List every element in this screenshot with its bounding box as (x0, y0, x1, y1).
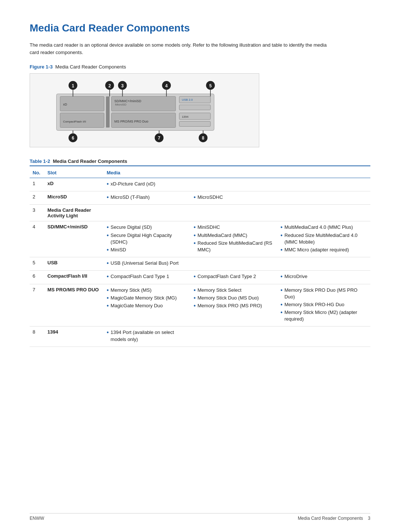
table-row: 4SD/MMC+/miniSD•Secure Digital (SD)•Secu… (30, 221, 370, 257)
header-media: Media (104, 168, 370, 178)
cell-media: •USB (Universal Serial Bus) Port (104, 257, 370, 271)
components-table: No. Slot Media 1xD•xD-Picture Card (xD)2… (30, 168, 370, 347)
svg-text:xD: xD (63, 103, 67, 106)
svg-text:5: 5 (209, 83, 212, 88)
list-item-text: Secure Digital (SD) (111, 224, 152, 231)
bullet-icon: • (107, 287, 109, 293)
table-row: 2MicroSD•MicroSD (T-Flash)•MicroSDHC (30, 191, 370, 205)
svg-text:8: 8 (202, 135, 204, 141)
bullet-icon: • (107, 295, 109, 301)
bullet-icon: • (194, 274, 196, 280)
media-col: •xD-Picture Card (xD) (107, 181, 194, 188)
footer-right: Media Card Reader Components 3 (298, 516, 370, 521)
cell-media: •xD-Picture Card (xD) (104, 178, 370, 191)
bullet-icon: • (280, 310, 283, 315)
media-col (194, 181, 281, 188)
list-item: •Reduced Size MultiMediaCard 4.0 (MMC Mo… (280, 232, 364, 245)
list-item: •Memory Stick Micro (M2) (adapter requir… (280, 309, 364, 322)
bullet-icon: • (280, 247, 283, 253)
list-item-text: CompactFlash Card Type 1 (111, 273, 169, 280)
list-item-text: Memory Stick (MS) (111, 287, 152, 294)
list-item: •Memory Stick PRO Duo (MS PRO Duo) (280, 287, 364, 300)
media-col: •1394 Port (available on select models o… (107, 329, 194, 344)
list-item: •1394 Port (available on select models o… (107, 329, 190, 342)
list-item: •MagicGate Memory Duo (107, 302, 190, 309)
svg-text:USB 2.0: USB 2.0 (182, 98, 193, 101)
bullet-icon: • (194, 232, 196, 238)
bullet-icon: • (107, 181, 109, 187)
list-item: •Memory Stick PRO (MS PRO) (194, 302, 277, 309)
cell-media: •CompactFlash Card Type 1•CompactFlash C… (104, 271, 370, 284)
svg-text:1394: 1394 (182, 115, 189, 118)
list-item-text: MMC Micro (adapter required) (284, 247, 349, 253)
media-col (194, 260, 281, 268)
list-item-text: CompactFlash Card Type 2 (197, 273, 256, 280)
media-col: •CompactFlash Card Type 2 (194, 273, 281, 281)
list-item: •Secure Digital (SD) (107, 224, 190, 231)
list-item-text: Memory Stick PRO (MS PRO) (197, 302, 262, 309)
bullet-icon: • (280, 232, 283, 238)
table-row: 5USB•USB (Universal Serial Bus) Port (30, 257, 370, 271)
svg-text:3: 3 (121, 83, 124, 88)
list-item: •MiniSD (107, 247, 190, 253)
header-no: No. (30, 168, 44, 178)
media-col: •MiniSDHC•MultiMediaCard (MMC)•Reduced S… (194, 224, 281, 254)
table-caption: Table 1-2 Media Card Reader Components (30, 158, 370, 166)
table-label: Table 1-2 (30, 158, 50, 164)
list-item: •Memory Stick Duo (MS Duo) (194, 295, 277, 301)
diagram-svg: xD CompactFlash I/II SD/MMC+/miniSD MS P… (30, 74, 259, 147)
list-item: •MicroSD (T-Flash) (107, 194, 190, 201)
footer-left: ENWW (30, 516, 44, 521)
media-col: •Secure Digital (SD)•Secure Digital High… (107, 224, 194, 254)
media-col: •MicroSDHC (194, 194, 281, 202)
list-item-text: MicroSD (T-Flash) (111, 194, 150, 201)
media-col: •USB (Universal Serial Bus) Port (107, 260, 194, 268)
list-item-text: MagicGate Memory Stick (MG) (111, 295, 177, 301)
table-caption-text: Media Card Reader Components (53, 158, 127, 164)
list-item-text: MicroDrive (284, 273, 307, 280)
media-col (280, 329, 367, 344)
list-item: •Memory Stick (MS) (107, 287, 190, 294)
figure-label: Figure 1-3 (30, 64, 53, 70)
list-item-text: MagicGate Memory Duo (111, 302, 163, 309)
bullet-icon: • (280, 224, 283, 230)
svg-text:SD/MMC+/miniSD: SD/MMC+/miniSD (114, 99, 141, 103)
svg-rect-3 (106, 96, 110, 127)
media-col: •MicroSD (T-Flash) (107, 194, 194, 202)
cell-slot: CompactFlash I/II (44, 271, 104, 284)
list-item-text: MultiMediaCard 4.0 (MMC Plus) (284, 224, 353, 231)
list-item-text: Memory Stick Select (197, 287, 241, 294)
intro-paragraph: The media card reader is an optional dev… (30, 41, 333, 56)
bullet-icon: • (107, 247, 109, 253)
media-col (280, 260, 367, 268)
list-item: •USB (Universal Serial Bus) Port (107, 260, 190, 267)
list-item-text: MiniSD (111, 247, 126, 253)
bullet-icon: • (107, 260, 109, 266)
bullet-icon: • (280, 287, 283, 293)
list-item: •MiniSDHC (194, 224, 277, 231)
cell-slot: SD/MMC+/miniSD (44, 221, 104, 257)
cell-no: 2 (30, 191, 44, 205)
bullet-icon: • (194, 194, 196, 200)
list-item: •Memory Stick Select (194, 287, 277, 294)
list-item-text: Memory Stick PRO-HG Duo (284, 301, 344, 308)
list-item: •MicroSDHC (194, 194, 277, 201)
cell-slot: xD (44, 178, 104, 191)
table-row: 81394•1394 Port (available on select mod… (30, 327, 370, 347)
cell-slot: Media Card Reader Activity Light (44, 205, 104, 221)
list-item: •MicroDrive (280, 273, 364, 280)
list-item: •MMC Micro (adapter required) (280, 247, 364, 253)
cell-media: •1394 Port (available on select models o… (104, 327, 370, 347)
bullet-icon: • (194, 303, 196, 309)
bullet-icon: • (107, 194, 109, 200)
header-slot: Slot (44, 168, 104, 178)
list-item-text: MultiMediaCard (MMC) (197, 232, 247, 239)
list-item-text: Reduced Size MultiMediaCard 4.0 (MMC Mob… (284, 232, 364, 245)
media-col: •MultiMediaCard 4.0 (MMC Plus)•Reduced S… (280, 224, 367, 254)
list-item-text: 1394 Port (available on select models on… (111, 329, 190, 342)
list-item: •xD-Picture Card (xD) (107, 181, 190, 187)
media-col (280, 181, 367, 188)
svg-text:MS PRO/MS PRO Duo: MS PRO/MS PRO Duo (114, 120, 149, 123)
table-row: 1xD•xD-Picture Card (xD) (30, 178, 370, 191)
bullet-icon: • (107, 303, 109, 309)
